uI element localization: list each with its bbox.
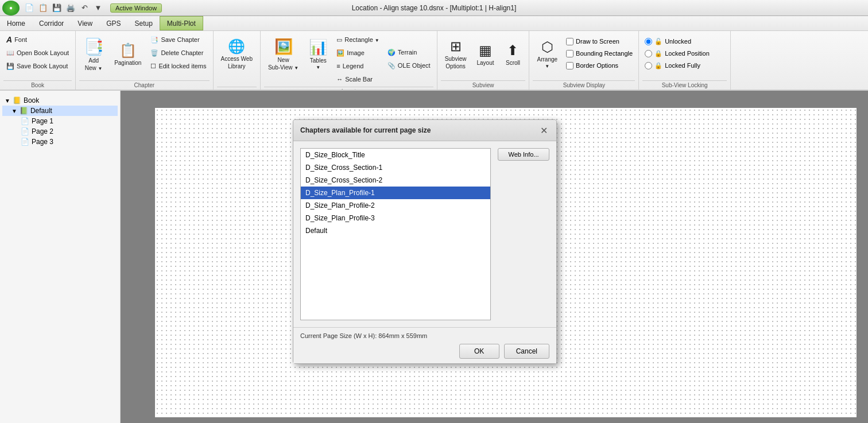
- qa-save-btn[interactable]: 💾: [51, 2, 63, 14]
- add-new-button[interactable]: 📑 Add New ▼: [79, 33, 108, 75]
- list-item-6[interactable]: Default: [301, 224, 490, 237]
- open-book-layout-button[interactable]: 📖 Open Book Layout: [3, 46, 72, 59]
- sidebar: ▼ 📒 Book ▼ 📗 Default 📄 Page 1 📄 Page 2 📄…: [0, 91, 121, 423]
- tree-page2[interactable]: 📄 Page 2: [2, 126, 118, 137]
- legend-button[interactable]: ≡ Legend: [334, 60, 382, 72]
- default-book-icon: 📗: [20, 107, 28, 115]
- menu-home[interactable]: Home: [0, 16, 32, 30]
- save-chapter-button[interactable]: 📑 Save Chapter: [148, 33, 209, 46]
- unlocked-radio[interactable]: 🔓 Unlocked: [642, 36, 712, 47]
- locking-content: 🔓 Unlocked 🔒 Locked Position 🔒 Locked Fu…: [642, 33, 727, 79]
- ribbon-group-locking: 🔓 Unlocked 🔒 Locked Position 🔒 Locked Fu…: [639, 31, 731, 90]
- title-bar: ● 📄 📋 💾 🖨️ ↶ ▼ Active Window Location - …: [0, 0, 868, 16]
- subview-group-content: ⊞ Subview Options ▦ Layout ⬆ Scroll: [441, 33, 526, 79]
- qa-print-btn[interactable]: 🖨️: [64, 2, 77, 14]
- default-label: Default: [30, 107, 52, 115]
- list-item-0[interactable]: D_Size_Block_Title: [301, 149, 490, 161]
- page3-label: Page 3: [32, 138, 53, 146]
- arrange-button[interactable]: ⬡ Arrange ▼: [533, 33, 561, 75]
- qa-undo-btn[interactable]: ↶: [78, 2, 91, 14]
- tree-default[interactable]: ▼ 📗 Default: [2, 106, 118, 116]
- terrain-button[interactable]: 🌍 Terrain: [385, 46, 433, 59]
- add-icon: 📑: [84, 37, 104, 56]
- insert-group-label: Insert: [264, 87, 433, 91]
- web-group-label: [217, 87, 257, 88]
- qa-new-btn[interactable]: 📄: [23, 2, 36, 14]
- chapters-list[interactable]: D_Size_Block_Title D_Size_Cross_Section-…: [300, 148, 491, 320]
- draw-to-screen-checkbox[interactable]: Draw to Screen: [564, 36, 635, 47]
- border-options-checkbox[interactable]: Border Options: [564, 60, 635, 71]
- access-web-library-button[interactable]: 🌐 Access Web Library: [217, 33, 257, 75]
- book-buttons: A Font 📖 Open Book Layout 💾 Save Book La…: [3, 33, 72, 72]
- save-book-layout-button[interactable]: 💾 Save Book Layout: [3, 60, 72, 72]
- dialog-body: D_Size_Block_Title D_Size_Cross_Section-…: [293, 141, 556, 327]
- tree-page1[interactable]: 📄 Page 1: [2, 116, 118, 126]
- legend-icon: ≡: [336, 63, 340, 69]
- web-icon: 🌐: [228, 38, 245, 55]
- menu-setup[interactable]: Setup: [128, 16, 160, 30]
- delete-chapter-icon: 🗑️: [150, 49, 158, 57]
- dialog-title: Chapters available for current page size: [300, 126, 431, 134]
- insert-group-content: 🖼️ New Sub-View ▼ 📊 Tables ▼ ▭ Rectangle…: [264, 33, 433, 86]
- font-button[interactable]: A Font: [3, 33, 72, 46]
- scroll-button[interactable]: ⬆ Scroll: [500, 33, 525, 75]
- ole-object-button[interactable]: 📎 OLE Object: [385, 59, 433, 72]
- locked-pos-icon: 🔒: [654, 50, 662, 57]
- delete-chapter-button[interactable]: 🗑️ Delete Chapter: [148, 46, 209, 59]
- bounding-rectangle-checkbox[interactable]: Bounding Rectangle: [564, 48, 635, 59]
- ok-button[interactable]: OK: [459, 344, 499, 359]
- web-group-content: 🌐 Access Web Library: [217, 33, 257, 86]
- workspace: ▼ 📒 Book ▼ 📗 Default 📄 Page 1 📄 Page 2 📄…: [0, 91, 868, 423]
- rectangle-button[interactable]: ▭ Rectangle ▼: [334, 33, 382, 46]
- subview-options-button[interactable]: ⊞ Subview Options: [441, 33, 471, 75]
- locked-position-radio[interactable]: 🔒 Locked Position: [642, 48, 712, 59]
- menu-multiplot[interactable]: Multi-Plot: [160, 16, 203, 30]
- web-info-button[interactable]: Web Info...: [498, 148, 549, 161]
- ribbon-group-subview-display: ⬡ Arrange ▼ Draw to Screen Bounding Rect…: [529, 31, 639, 90]
- locked-fully-radio[interactable]: 🔒 Locked Fully: [642, 60, 712, 71]
- edit-locked-icon: ☐: [150, 63, 156, 70]
- ribbon-group-chapter: 📑 Add New ▼ 📋 Edit locked items Paginati…: [76, 31, 213, 90]
- dialog-close-button[interactable]: ✕: [538, 125, 549, 136]
- window-title: Location - Align stage 10.dsnx - [Multip…: [352, 4, 517, 12]
- list-item-3[interactable]: D_Size_Plan_Profile-1: [301, 187, 490, 199]
- list-item-5[interactable]: D_Size_Plan_Profile-3: [301, 212, 490, 224]
- image-button[interactable]: 🖼️ Image: [334, 46, 382, 59]
- cancel-button[interactable]: Cancel: [504, 344, 549, 359]
- locking-group-label: Sub-View Locking: [642, 80, 727, 88]
- scale-bar-button[interactable]: ↔ Scale Bar: [334, 73, 382, 86]
- tree-page3[interactable]: 📄 Page 3: [2, 137, 118, 147]
- font-icon: A: [6, 35, 12, 44]
- list-item-4[interactable]: D_Size_Plan_Profile-2: [301, 199, 490, 212]
- tables-button[interactable]: 📊 Tables ▼: [305, 33, 331, 75]
- menu-corridor[interactable]: Corridor: [32, 16, 71, 30]
- new-subview-button[interactable]: 🖼️ New Sub-View ▼: [264, 33, 303, 75]
- main-canvas-area: Chapters available for current page size…: [121, 91, 868, 423]
- edit-locked-button[interactable]: ☐ Edit locked items: [148, 60, 209, 72]
- ribbon-group-insert: 🖼️ New Sub-View ▼ 📊 Tables ▼ ▭ Rectangle…: [261, 31, 437, 90]
- menu-gps[interactable]: GPS: [99, 16, 127, 30]
- chapter-small-buttons: 📑 Save Chapter 🗑️ Delete Chapter ☐ Edit …: [148, 33, 209, 72]
- pagination-button[interactable]: 📋 Edit locked items Pagination: [110, 33, 145, 75]
- save-book-icon: 💾: [6, 63, 14, 70]
- subview-options-icon: ⊞: [450, 38, 462, 55]
- tree-book[interactable]: ▼ 📒 Book: [2, 95, 118, 106]
- dialog-action-buttons: OK Cancel: [300, 344, 549, 359]
- qa-open-btn[interactable]: 📋: [37, 2, 49, 14]
- locking-radios: 🔓 Unlocked 🔒 Locked Position 🔒 Locked Fu…: [642, 36, 712, 71]
- chapter-group-label: Chapter: [79, 80, 209, 88]
- rectangle-icon: ▭: [336, 36, 342, 44]
- ribbon-group-subview: ⊞ Subview Options ▦ Layout ⬆ Scroll Subv…: [437, 31, 530, 90]
- menu-view[interactable]: View: [71, 16, 99, 30]
- ribbon-group-web: 🌐 Access Web Library: [214, 31, 261, 90]
- page2-label: Page 2: [32, 127, 53, 135]
- qa-dropdown-btn[interactable]: ▼: [92, 2, 104, 14]
- list-item-1[interactable]: D_Size_Cross_Section-1: [301, 161, 490, 174]
- list-item-2[interactable]: D_Size_Cross_Section-2: [301, 174, 490, 187]
- page-size-label: Current Page Size (W x H): 864mm x 559mm: [300, 332, 549, 339]
- insert-small-buttons: ▭ Rectangle ▼ 🖼️ Image ≡ Legend ↔ Scale …: [334, 33, 382, 86]
- layout-button[interactable]: ▦ Layout: [472, 33, 498, 75]
- save-chapter-icon: 📑: [150, 36, 158, 44]
- quick-access-toolbar: ● 📄 📋 💾 🖨️ ↶ ▼ Active Window: [0, 1, 162, 15]
- new-subview-icon: 🖼️: [274, 38, 293, 56]
